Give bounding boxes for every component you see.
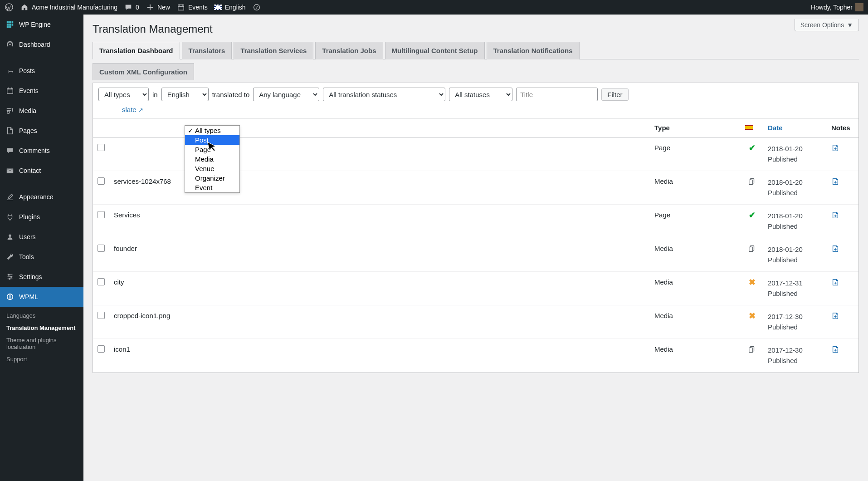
sidebar-item-plugins[interactable]: Plugins [0, 207, 83, 227]
row-date: 2017-12-30Published [763, 305, 827, 339]
pin-icon [5, 66, 15, 75]
tab-translators[interactable]: Translators [182, 42, 232, 59]
table-row: cropped-icon1.pngMedia✖2017-12-30Publish… [93, 305, 858, 339]
table-row: cityMedia✖2017-12-31Published [93, 272, 858, 305]
site-home-link[interactable]: Acme Industrial Manufacturing [20, 3, 117, 12]
sidebar-label: Plugins [19, 213, 40, 221]
row-checkbox[interactable] [98, 345, 105, 353]
sidebar-item-users[interactable]: Users [0, 227, 83, 247]
screen-options-toggle[interactable]: Screen Options▼ [795, 19, 859, 31]
wp-logo[interactable] [5, 3, 14, 12]
filter-button[interactable]: Filter [601, 88, 628, 101]
row-type: Page [650, 205, 741, 238]
sidebar-item-settings[interactable]: Settings [0, 267, 83, 287]
nav-tabs: Translation Dashboard Translators Transl… [93, 42, 859, 59]
add-note-icon[interactable] [831, 245, 854, 253]
dropdown-opt-organizer[interactable]: Organizer [185, 173, 239, 183]
row-checkbox[interactable] [98, 312, 105, 319]
site-name: Acme Industrial Manufacturing [32, 4, 117, 11]
sidebar-item-appearance[interactable]: Appearance [0, 187, 83, 207]
dropdown-opt-post[interactable]: Post [185, 135, 239, 145]
sidebar-item-contact[interactable]: Contact [0, 161, 83, 181]
svg-text:?: ? [255, 5, 258, 10]
header-checkbox[interactable] [93, 118, 109, 137]
dropdown-opt-page[interactable]: Page [185, 145, 239, 154]
svg-rect-14 [9, 26, 11, 28]
tab-translation-jobs[interactable]: Translation Jobs [315, 42, 383, 59]
row-note [827, 238, 858, 272]
new-link[interactable]: New [146, 3, 170, 12]
sidebar-label: Tools [19, 253, 34, 260]
add-note-icon[interactable] [831, 312, 854, 320]
language-switcher[interactable]: English [214, 4, 246, 11]
tab-translation-notifications[interactable]: Translation Notifications [487, 42, 580, 59]
in-label: in [152, 91, 158, 98]
svg-point-22 [9, 235, 11, 237]
add-note-icon[interactable] [831, 345, 854, 353]
row-date: 2018-01-20Published [763, 137, 827, 171]
wpml-icon [5, 292, 15, 301]
sidebar-item-wpengine[interactable]: WP Engine [0, 15, 83, 34]
row-checkbox[interactable] [98, 144, 105, 151]
sidebar-item-wpml[interactable]: WPML [0, 287, 83, 307]
row-checkbox[interactable] [98, 177, 105, 185]
sidebar-item-pages[interactable]: Pages [0, 121, 83, 141]
add-note-icon[interactable] [831, 177, 854, 186]
svg-point-26 [8, 274, 10, 275]
dropdown-opt-venue[interactable]: Venue [185, 164, 239, 173]
row-type: Media [650, 238, 741, 272]
sidebar-label: Dashboard [19, 41, 50, 48]
row-checkbox[interactable] [98, 211, 105, 218]
translate-link-row: slate↗ [93, 106, 858, 118]
translate-link[interactable]: slate↗ [122, 106, 143, 113]
sidebar-label: Events [19, 87, 39, 94]
type-select[interactable]: All types [98, 88, 149, 101]
dropdown-opt-all-types[interactable]: All types [185, 126, 239, 135]
tab-multilingual-setup[interactable]: Multilingual Content Setup [385, 42, 485, 59]
sidebar-item-posts[interactable]: Posts [0, 61, 83, 81]
sidebar-label: WP Engine [19, 21, 51, 28]
tab-translation-dashboard[interactable]: Translation Dashboard [93, 42, 180, 59]
x-icon: ✖ [748, 312, 756, 320]
row-date: 2017-12-30Published [763, 339, 827, 373]
title-filter-input[interactable] [516, 88, 598, 101]
add-note-icon[interactable] [831, 144, 854, 152]
row-translation-status [741, 339, 763, 373]
sidebar-item-media[interactable]: Media [0, 101, 83, 121]
tab-custom-xml[interactable]: Custom XML Configuration [93, 63, 194, 80]
header-flag [741, 118, 763, 137]
row-checkbox[interactable] [98, 245, 105, 252]
submenu-support[interactable]: Support [0, 353, 83, 365]
tab-translation-services[interactable]: Translation Services [234, 42, 313, 59]
sidebar-label: Appearance [19, 193, 54, 201]
plugin-icon [5, 212, 15, 221]
dropdown-opt-event[interactable]: Event [185, 183, 239, 192]
events-link[interactable]: Events [176, 3, 208, 12]
header-date[interactable]: Date [763, 118, 827, 137]
sidebar-item-tools[interactable]: Tools [0, 247, 83, 267]
svg-point-20 [7, 111, 10, 113]
lang-to-select[interactable]: Any language [253, 88, 319, 101]
wpengine-icon [5, 20, 15, 29]
my-account-link[interactable]: Howdy, Topher [811, 3, 863, 11]
help-link[interactable]: ? [252, 3, 261, 12]
row-date: 2018-01-20Published [763, 238, 827, 272]
translation-status-select[interactable]: All translation statuses [323, 88, 445, 101]
row-title: icon1 [109, 339, 650, 373]
row-type: Page [650, 137, 741, 171]
row-checkbox[interactable] [98, 278, 105, 285]
lang-from-select[interactable]: English [161, 88, 209, 101]
dropdown-opt-media[interactable]: Media [185, 154, 239, 164]
new-label: New [157, 4, 170, 11]
sidebar-item-events[interactable]: Events [0, 81, 83, 101]
add-note-icon[interactable] [831, 211, 854, 219]
row-note [827, 305, 858, 339]
sidebar-item-comments[interactable]: Comments [0, 141, 83, 161]
status-select[interactable]: All statuses [449, 88, 512, 101]
sidebar-item-dashboard[interactable]: Dashboard [0, 34, 83, 54]
comments-link[interactable]: 0 [124, 3, 139, 12]
submenu-theme-plugins[interactable]: Theme and plugins localization [0, 334, 83, 353]
add-note-icon[interactable] [831, 278, 854, 286]
submenu-languages[interactable]: Languages [0, 309, 83, 322]
submenu-translation-management[interactable]: Translation Management [0, 322, 83, 334]
